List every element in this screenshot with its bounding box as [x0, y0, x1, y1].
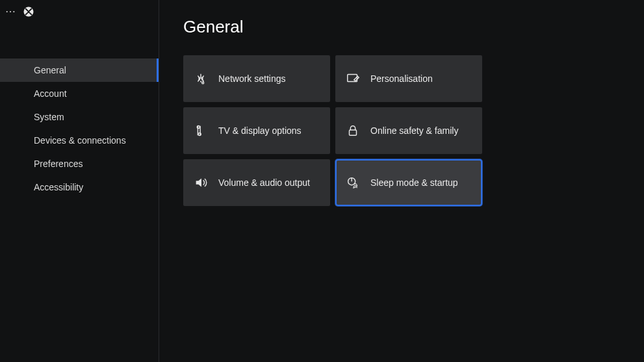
sidebar-item-accessibility[interactable]: Accessibility — [0, 175, 159, 199]
svg-point-2 — [202, 82, 204, 84]
sidebar-item-devices[interactable]: Devices & connections — [0, 129, 159, 152]
tile-volume-audio[interactable]: Volume & audio output — [183, 159, 330, 206]
personalise-icon — [346, 71, 360, 86]
top-bar: ⋯ — [5, 5, 34, 18]
sidebar-item-system[interactable]: System — [0, 105, 159, 129]
tile-personalisation[interactable]: Personalisation — [335, 55, 482, 102]
tile-grid: Network settings Personalisation TV & di… — [183, 55, 644, 206]
tile-network-settings[interactable]: Network settings — [183, 55, 330, 102]
power-icon — [346, 175, 360, 190]
tile-label: Online safety & family — [370, 125, 458, 136]
sidebar-item-label: Accessibility — [34, 182, 83, 192]
sidebar-item-account[interactable]: Account — [0, 82, 159, 105]
sidebar-item-label: General — [34, 65, 66, 75]
svg-point-4 — [197, 125, 200, 128]
tile-online-safety[interactable]: Online safety & family — [335, 107, 482, 154]
wifi-icon — [194, 71, 208, 86]
tile-label: TV & display options — [218, 125, 302, 136]
speaker-icon — [194, 175, 208, 190]
svg-point-5 — [198, 133, 201, 135]
sidebar-item-preferences[interactable]: Preferences — [0, 152, 159, 175]
tile-label: Sleep mode & startup — [370, 177, 458, 188]
sidebar-divider — [159, 0, 159, 362]
tile-tv-display[interactable]: TV & display options — [183, 107, 330, 154]
sidebar-item-label: System — [34, 112, 64, 122]
settings-sidebar: General Account System Devices & connect… — [0, 58, 159, 199]
tile-label: Volume & audio output — [218, 177, 310, 188]
tile-label: Network settings — [218, 73, 285, 84]
sidebar-item-general[interactable]: General — [0, 58, 159, 82]
sidebar-item-label: Devices & connections — [34, 135, 126, 146]
sidebar-item-label: Account — [34, 88, 67, 99]
svg-point-1 — [200, 81, 201, 82]
settings-content: General Network settings Personalisation… — [183, 17, 644, 206]
xbox-logo-icon[interactable] — [23, 6, 34, 18]
svg-rect-6 — [350, 130, 357, 135]
lock-icon — [346, 123, 360, 138]
ellipsis-icon[interactable]: ⋯ — [5, 5, 16, 18]
tile-label: Personalisation — [370, 73, 433, 84]
page-title: General — [183, 17, 644, 37]
sidebar-item-label: Preferences — [34, 159, 83, 169]
tv-icon — [194, 123, 208, 138]
tile-sleep-startup[interactable]: Sleep mode & startup — [335, 159, 482, 206]
